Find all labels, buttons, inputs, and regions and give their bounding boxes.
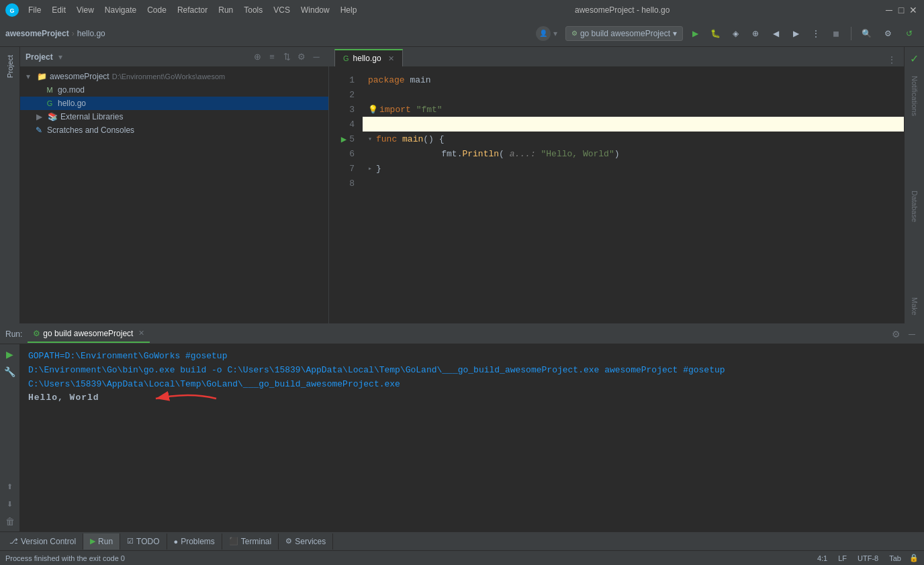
left-sidebar-icons: Project	[0, 47, 20, 323]
vc-label: Version Control	[21, 537, 76, 546]
fold-icon-7[interactable]: ▸	[368, 164, 376, 172]
menu-navigate[interactable]: Navigate	[101, 4, 140, 16]
profile-btn[interactable]: ⊕	[746, 24, 765, 43]
stop-button[interactable]: ◼	[827, 24, 845, 43]
run-wrench-btn[interactable]: 🔧	[3, 364, 17, 379]
close-panel-btn[interactable]: ─	[310, 50, 323, 64]
back-button[interactable]: ◀	[766, 24, 785, 43]
line-num-5: ▶ 5	[329, 132, 363, 146]
tab-close-btn[interactable]: ✕	[388, 54, 394, 63]
minimize-button[interactable]: ─	[884, 5, 894, 15]
run-tab-build[interactable]: ⚙ go build awesomeProject ✕	[28, 325, 150, 343]
debug-button[interactable]: 🐛	[706, 24, 725, 43]
run-restart-btn[interactable]: ▶	[3, 347, 17, 362]
locate-file-btn[interactable]: ⊕	[250, 50, 264, 64]
profile-selector[interactable]: 👤 ▾	[536, 26, 557, 41]
close-button[interactable]: ✕	[908, 5, 919, 15]
problems-label: Problems	[181, 537, 215, 546]
terminal-icon: ⬛	[229, 537, 238, 546]
tree-item-root[interactable]: ▾ 📁 awesomeProject D:\Environment\GoWork…	[20, 70, 328, 83]
tab-label: hello.go	[353, 54, 381, 63]
todo-tab[interactable]: ☑ TODO	[120, 533, 167, 550]
collapse-all-btn[interactable]: ≡	[265, 50, 279, 64]
project-tab[interactable]: Project	[1, 50, 19, 83]
project-dropdown[interactable]: ▾	[58, 52, 62, 62]
settings-button[interactable]: ⚙	[878, 24, 897, 43]
notifications-tab[interactable]: Notifications	[908, 70, 921, 121]
menu-vcs[interactable]: VCS	[269, 4, 294, 16]
tab-bar: G hello.go ✕ ⋮	[329, 47, 904, 67]
menu-window[interactable]: Window	[297, 4, 334, 16]
profile-arrow: ▾	[553, 29, 557, 38]
run-tab-icon: ⚙	[33, 329, 40, 338]
services-tab[interactable]: ⚙ Services	[279, 533, 333, 550]
menu-code[interactable]: Code	[143, 4, 171, 16]
tree-item-scratches[interactable]: ✎ Scratches and Consoles	[20, 123, 328, 137]
version-control-tab[interactable]: ⎇ Version Control	[3, 533, 83, 550]
sort-btn[interactable]: ⇅	[280, 50, 293, 64]
fold-icon-5[interactable]: ▾	[368, 135, 376, 143]
database-tab[interactable]: Database	[908, 185, 921, 227]
code-editor[interactable]: 1 2 3 4 ▶ 5 6 7 8 package main	[329, 67, 904, 323]
run-output-hello: Hello, World	[28, 391, 916, 405]
editor-tab-hellogo[interactable]: G hello.go ✕	[334, 49, 403, 66]
coverage-button[interactable]: ◈	[726, 24, 745, 43]
run-close-btn[interactable]: ─	[905, 327, 919, 341]
menu-edit[interactable]: Edit	[48, 4, 70, 16]
menu-help[interactable]: Help	[336, 4, 361, 16]
extlibs-label: External Libraries	[60, 112, 123, 121]
run-config-selector[interactable]: ⚙ go build awesomeProject ▾	[565, 26, 683, 41]
code-line-1: package main	[363, 72, 904, 87]
search-button[interactable]: 🔍	[857, 24, 876, 43]
menu-tools[interactable]: Tools	[240, 4, 267, 16]
make-tab[interactable]: Make	[908, 292, 921, 321]
run-config-label: go build awesomeProject	[580, 29, 670, 38]
bottom-panel: Run: ⚙ go build awesomeProject ✕ ⚙ ─ ▶ 🔧…	[0, 323, 924, 531]
settings-btn[interactable]: ⚙	[295, 50, 308, 64]
bottom-status-tabs: ⎇ Version Control ▶ Run ☑ TODO ● Problem…	[0, 531, 924, 550]
scratches-label: Scratches and Consoles	[47, 125, 134, 135]
run-arrow-icon: ▶	[341, 134, 346, 145]
update-button[interactable]: ↺	[900, 24, 919, 43]
problems-icon: ●	[174, 537, 179, 546]
tree-item-hellogo[interactable]: G hello.go	[20, 97, 328, 110]
project-panel-header: Project ▾ ⊕ ≡ ⇅ ⚙ ─	[20, 47, 328, 67]
breadcrumb-project[interactable]: awesomeProject	[5, 29, 69, 38]
forward-button[interactable]: ▶	[786, 24, 805, 43]
lightbulb-icon: 💡	[368, 105, 378, 115]
run-output: GOPATH=D:\Environment\GoWorks #gosetup D…	[20, 344, 924, 531]
terminal-tab[interactable]: ⬛ Terminal	[222, 533, 279, 550]
run-down-btn[interactable]: ⬇	[3, 497, 17, 511]
menu-view[interactable]: View	[73, 4, 98, 16]
menu-file[interactable]: File	[24, 4, 45, 16]
encoding[interactable]: UTF-8	[855, 554, 881, 562]
problems-tab[interactable]: ● Problems	[167, 533, 222, 550]
run-status-tab[interactable]: ▶ Run	[83, 533, 120, 550]
cursor-position[interactable]: 4:1	[815, 554, 830, 562]
gomod-label: go.mod	[58, 85, 85, 95]
menu-run[interactable]: Run	[214, 4, 237, 16]
terminal-label: Terminal	[241, 537, 271, 546]
run-button[interactable]: ▶	[686, 24, 704, 43]
run-tab-close[interactable]: ✕	[138, 329, 144, 338]
tab-options-btn[interactable]: ⋮	[885, 53, 898, 66]
tree-item-extlibs[interactable]: ▶ 📚 External Libraries	[20, 110, 328, 123]
run-trash-btn[interactable]: 🗑	[3, 514, 17, 529]
run-settings-btn[interactable]: ⚙	[889, 327, 903, 341]
line-ending[interactable]: LF	[835, 554, 849, 562]
code-content[interactable]: package main 💡 import "fmt" ▾ func main(…	[363, 67, 904, 323]
root-path: D:\Environment\GoWorks\awesom	[112, 72, 226, 81]
code-line-6: fmt.Println( a...: "Hello, World")	[363, 146, 904, 161]
menu-refactor[interactable]: Refactor	[173, 4, 212, 16]
maximize-button[interactable]: □	[896, 5, 907, 15]
breadcrumb-file[interactable]: hello.go	[77, 29, 105, 38]
run-output-line-4: Hello, World	[28, 391, 99, 405]
app-icon: G	[5, 3, 19, 17]
tree-item-gomod[interactable]: M go.mod	[20, 83, 328, 97]
indent-type[interactable]: Tab	[886, 554, 904, 562]
more-actions-btn[interactable]: ⋮	[806, 24, 825, 43]
window-title: awesomeProject - hello.go	[366, 5, 878, 15]
services-label: Services	[295, 537, 326, 546]
run-up-btn[interactable]: ⬆	[3, 479, 17, 494]
line-num-1: 1	[329, 72, 363, 87]
